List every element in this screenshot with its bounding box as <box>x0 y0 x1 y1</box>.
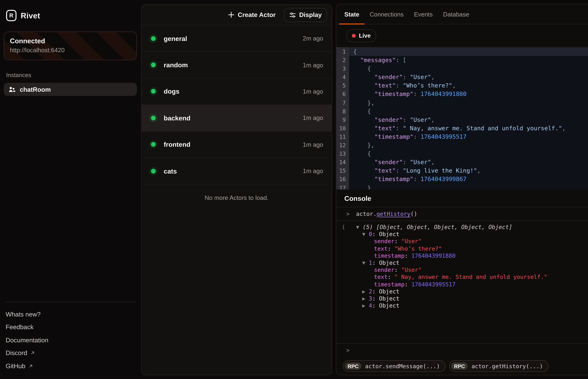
console-input-prompt[interactable]: > <box>336 347 588 354</box>
sidebar-link-label: Documentation <box>6 337 48 344</box>
token-key: "sender" <box>374 74 403 80</box>
line-number[interactable]: 4 <box>336 73 349 81</box>
token-pun: , <box>431 116 435 123</box>
code-text: "timestamp": 1764043991880 <box>349 90 588 98</box>
token-pun: : <box>413 91 420 97</box>
line-number[interactable]: 9 <box>336 116 349 124</box>
sidebar-link-feedback[interactable]: Feedback <box>6 321 137 334</box>
sidebar-item-chatroom[interactable]: chatRoom <box>4 83 137 96</box>
console-input-area[interactable]: > RPCactor.sendMessage(...)RPCactor.getH… <box>336 344 588 375</box>
actor-row-dogs[interactable]: dogs1m ago <box>142 79 332 105</box>
actor-name: random <box>164 61 188 69</box>
inspector-tabs: StateConnectionsEventsDatabase Running <box>336 4 588 24</box>
actor-row-frontend[interactable]: frontend1m ago <box>142 131 332 158</box>
token-pun: { <box>353 48 357 55</box>
sidebar-link-github[interactable]: GitHub <box>6 360 137 372</box>
entry-label: : Object <box>372 288 399 295</box>
actors-empty-note: No more Actors to load. <box>142 194 332 201</box>
token-pun: , <box>562 125 566 132</box>
entry-index: 3 <box>369 295 372 302</box>
triangle-down-icon[interactable]: ▼ <box>356 224 360 231</box>
token-pun: : <box>403 158 410 166</box>
property-colon: : <box>394 238 401 245</box>
token-str: " Nay, answer me. Stand and unfold yours… <box>403 125 562 132</box>
sidebar-link-label: Feedback <box>6 324 33 331</box>
triangle-right-icon[interactable]: ▶ <box>362 302 366 310</box>
entry-index: 2 <box>369 288 372 295</box>
property-value: 1764043995517 <box>411 281 456 288</box>
state-json-editor[interactable]: 1›{2›"messages": [3›{4"sender": "User",5… <box>336 47 588 190</box>
display-button[interactable]: Display <box>284 8 327 22</box>
line-number[interactable]: 6 <box>336 90 349 98</box>
console-result-row[interactable]: ⟨ ▼ (5) [Object, Object, Object, Object,… <box>336 224 588 231</box>
actor-last-seen: 1m ago <box>303 88 323 95</box>
rpc-suggestion-button[interactable]: RPCactor.getHistory(...) <box>449 360 549 372</box>
actor-row-cats[interactable]: cats1m ago <box>142 158 332 185</box>
live-badge[interactable]: Live <box>346 29 376 42</box>
line-number[interactable]: 3› <box>336 64 349 73</box>
sidebar-link-whatsnew[interactable]: Whats new? <box>6 308 137 321</box>
entry-label: : Object <box>372 260 399 267</box>
line-number[interactable]: 2› <box>336 56 349 64</box>
tab-connections[interactable]: Connections <box>365 4 409 24</box>
line-number[interactable]: 10 <box>336 124 349 132</box>
line-number[interactable]: 15 <box>336 167 349 175</box>
line-number[interactable]: 16 <box>336 175 349 184</box>
sidebar-link-discord[interactable]: Discord <box>6 347 137 360</box>
line-number[interactable]: 7 <box>336 98 349 107</box>
token-key: "text" <box>374 125 396 132</box>
code-line: 11"timestamp": 1764043995517 <box>336 133 588 141</box>
console-property: sender: "User" <box>336 238 588 245</box>
property-key: timestamp <box>374 253 405 260</box>
live-dot-icon <box>352 34 356 38</box>
property-key: sender <box>374 267 394 274</box>
console-entry-3[interactable]: ▶3: Object <box>336 295 588 302</box>
triangle-down-icon[interactable]: ▼ <box>362 260 366 267</box>
console-entry-1[interactable]: ▼1: Object <box>336 260 588 267</box>
line-number[interactable]: 13› <box>336 150 349 158</box>
tab-events[interactable]: Events <box>409 4 438 24</box>
rpc-badge: RPC <box>451 363 468 370</box>
line-number[interactable]: 11 <box>336 133 349 141</box>
console-output[interactable]: ⟨ ▼ (5) [Object, Object, Object, Object,… <box>336 221 588 344</box>
token-pun: : <box>413 133 420 140</box>
rpc-suggestion-button[interactable]: RPCactor.sendMessage(...) <box>343 360 445 372</box>
rpc-suggestions: RPCactor.sendMessage(...)RPCactor.getHis… <box>336 360 588 372</box>
return-chevron-icon: ⟨ <box>342 224 356 231</box>
console-entry-2[interactable]: ▶2: Object <box>336 288 588 295</box>
command-segment: () <box>411 211 417 217</box>
property-key: text <box>374 274 388 281</box>
token-pun: : <box>396 82 403 89</box>
actor-row-random[interactable]: random1m ago <box>142 52 332 79</box>
instances-label: Instances <box>6 72 137 79</box>
triangle-down-icon[interactable]: ▼ <box>362 231 366 238</box>
sidebar-footer: Whats new?FeedbackDocumentationDiscordGi… <box>6 302 137 372</box>
actor-last-seen: 1m ago <box>303 61 323 68</box>
line-number[interactable]: 5 <box>336 82 349 90</box>
sidebar-link-documentation[interactable]: Documentation <box>6 334 137 347</box>
console-header[interactable]: Console <box>336 190 588 207</box>
console-entry-4[interactable]: ▶4: Object <box>336 302 588 310</box>
line-number[interactable]: 1› <box>336 47 349 56</box>
token-pun: }, <box>367 142 374 149</box>
code-line: 7}, <box>336 98 588 107</box>
status-dot-icon <box>151 89 156 94</box>
line-number[interactable]: 8› <box>336 107 349 116</box>
triangle-right-icon[interactable]: ▶ <box>362 295 366 302</box>
line-number[interactable]: 17 <box>336 184 349 190</box>
line-number[interactable]: 14 <box>336 158 349 167</box>
code-text: "timestamp": 1764043999867 <box>349 175 588 184</box>
code-text: { <box>349 64 588 73</box>
triangle-right-icon[interactable]: ▶ <box>362 288 366 295</box>
code-text: "text": " Nay, answer me. Stand and unfo… <box>349 124 588 132</box>
actor-row-backend[interactable]: backend1m ago <box>142 105 332 132</box>
tab-database[interactable]: Database <box>438 4 474 24</box>
line-number[interactable]: 12 <box>336 141 349 150</box>
entry-index: 4 <box>369 302 372 310</box>
console-entry-0[interactable]: ▼0: Object <box>336 231 588 238</box>
inspector-panel: StateConnectionsEventsDatabase Running L… <box>336 4 588 375</box>
tab-state[interactable]: State <box>339 4 365 24</box>
create-actor-button[interactable]: Create Actor <box>228 11 276 18</box>
console-property: sender: "User" <box>336 267 588 274</box>
actor-row-general[interactable]: general2m ago <box>142 25 332 52</box>
